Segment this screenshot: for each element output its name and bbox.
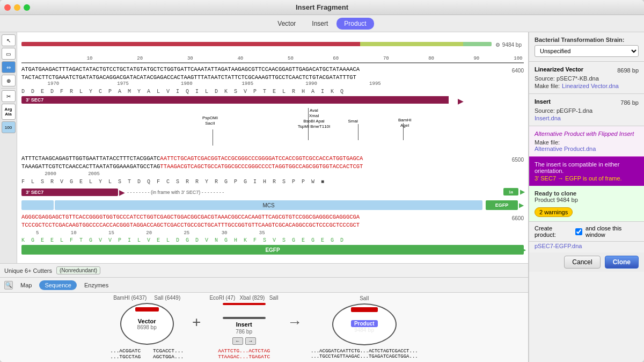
product-label: Product [354,321,375,327]
pos-6600: 6600 [512,215,524,221]
egfp-small: 1a [503,188,518,196]
scroll-tool[interactable]: ⇔ [2,61,16,73]
insert-seq: AATTCTG...ACTCTAG TTAAGAC...TGAGATC [218,348,270,360]
bamhi-site: BamHI (6437) [113,295,147,301]
create-product-label: Create product: [535,225,572,238]
arrow-sign: → [287,314,302,342]
main-window: Insert Fragment Vector Insert Product ↖ … [0,0,644,362]
insert-sites-label: EcoRI (47) XbaI (829) SalI [209,295,278,301]
bacterial-strain-select[interactable]: Unspecified [535,45,639,57]
annotation-tool[interactable]: Arg Ala [2,104,16,120]
bacterial-strain-label: Bacterial Transformation Strain: [535,37,639,43]
seq-block-3: AGGGCGAGGAGCTGTTCACCGGGGTGGTGCCCATCCTGGT… [21,213,524,229]
product-name: Product [535,197,555,203]
amino-line-2: D D E D F R L Y C P A M Y A L V I Q I L … [21,88,524,95]
cut-arrows: ← → [232,337,256,345]
minimize-button[interactable] [14,4,20,11]
restriction-sites: AvaI XmaI BsoBI ApaI TspMI BmeT110I PspO… [21,108,524,154]
left-tools-panel: ↖ ▭ ⇔ ⊕ ✂ Arg Ala 100 [0,32,17,263]
insert-diagram: EcoRI (47) XbaI (829) SalI Insert 786 bp… [209,295,278,360]
pointer-tool[interactable]: ↖ [2,34,16,46]
product-badge: Product [351,320,378,327]
tab-insert[interactable]: Insert [304,18,335,30]
vector-file-link[interactable]: Linearized Vector.dna [562,83,619,89]
unique-cutters-label: Unique 6+ Cutters [4,267,52,274]
close-button[interactable] [4,4,11,11]
product-sites-label: SalI [360,295,369,301]
maximize-button[interactable] [24,4,30,11]
tab-map[interactable]: Map [15,280,37,290]
nonredundant-badge[interactable]: (Nonredundant) [56,266,100,274]
sequence-content[interactable]: ⚙ 9484 bp 10 20 30 4 [17,32,528,263]
traffic-lights [4,4,30,11]
tab-vector[interactable]: Vector [270,18,303,30]
egfp-full-label: EGFP [265,247,280,253]
window-title: Insert Fragment [296,3,348,11]
amino-line-1: 1970 1975 1980 1985 1990 1995 [21,81,524,88]
egfp-bar: EGFP [486,200,518,210]
ruler: 10 20 30 40 50 60 70 80 90 100 [21,56,524,64]
egfp-full-bar: EGFP ▶ [21,245,524,255]
create-product-row: Create product: and close this window [529,222,644,242]
product-seq: ...ACGGATCAATTCTG...ACTCTAGTCGACCT... ..… [311,349,418,359]
pos-6400: 6400 [512,68,524,74]
seq-line-6: TCCCGCTCCTCGACAAGTGGCCCCACCACGGGTAGGACCA… [21,221,524,229]
seq-block-1: ATGATGAAGACTTTAGACTATACTGTCCTGCTATGTATGC… [21,66,524,81]
clone-button[interactable]: Clone [605,256,639,269]
vector-circle-label: Vector [138,318,156,324]
product-bp-inside: 9484 bp [354,327,374,333]
bamhi-label: BamHI [398,118,411,122]
sali-site: SalI (6449) [154,295,180,301]
position-fill-teal [463,42,492,46]
vector-circle: Vector 8698 bp [120,303,174,345]
amino-pos-2: 2000 2005 [21,171,524,178]
make-file-label: Make file: [535,83,560,89]
alt-make-file-row: Make file: [535,139,639,146]
select-tool[interactable]: ▭ [2,48,16,60]
sequence-panel: ↖ ▭ ⇔ ⊕ ✂ Arg Ala 100 [0,32,529,362]
insert-section: Insert 786 bp Source: pEGFP-1.dna Insert… [529,94,644,126]
create-product-checkbox[interactable] [575,228,582,235]
search-btn[interactable]: 🔍 [4,281,13,289]
ruler-tool[interactable]: 100 [2,121,16,133]
amino-pos-3: 5 10 15 20 25 30 35 [21,230,524,237]
insert-file-link[interactable]: Insert.dna [535,115,561,121]
ready-product-label: Product 9484 bp [535,197,578,203]
alt-make-file-label: Make file: [535,139,560,146]
xbai-site: XbaI (829) [240,295,265,301]
vector-header: Linearized Vector 8698 bp [535,66,639,74]
cancel-button[interactable]: Cancel [564,256,600,269]
position-fill-red [21,42,360,46]
tab-enzymes[interactable]: Enzymes [79,280,114,290]
cut-right-btn[interactable]: → [245,337,256,345]
cut-left-btn[interactable]: ← [232,337,243,345]
insert-label: Insert [236,321,252,328]
insert-section-bp: 786 bp [620,99,639,106]
alt-product-section: Alternative Product with Flipped Insert … [529,126,644,157]
amino-seq-2: F L S R V G E L Y L S T D Q F C S R R Y … [21,178,524,185]
close-window-label: and close this window [586,225,639,238]
bp-indicator: ⚙ 9484 bp [495,42,522,48]
product-filename[interactable]: pSEC7-EGFP.dna [529,242,644,252]
zoom-tool[interactable]: ⊕ [2,75,16,86]
tab-sequence[interactable]: Sequence [39,280,77,290]
ready-label: Ready to clone [535,190,578,197]
warnings-badge-container: 2 warnings [535,205,639,217]
linearized-vector-label: Linearized Vector [535,66,583,73]
seq-line-2: TACTACTTCTGAAATCTGATATGACAGGACGATACATACG… [21,74,524,82]
vector-sites-label: BamHI (6437) SalI (6449) [113,295,180,301]
gear-icon[interactable]: ⚙ [495,42,500,48]
alt-product-file[interactable]: Alternative Product.dna [535,146,639,152]
product-diagram: SalI Product 9484 bp ...ACGGATCAATTCTG..… [311,295,418,359]
pos-6500: 6500 [512,157,524,163]
vector-red-marker [135,307,159,312]
clone-diagram: BamHI (6437) SalI (6449) Vector 8698 bp … [0,292,528,362]
cut-tool[interactable]: ✂ [2,90,16,102]
insert-source: Source: pEGFP-1.dna [535,107,639,114]
warnings-badge[interactable]: 2 warnings [535,207,573,217]
feature-bars: MCS EGFP ▶ [21,200,524,210]
tab-product[interactable]: Product [336,18,374,30]
linearized-vector-section: Linearized Vector 8698 bp Source: pSEC7*… [529,62,644,94]
warning-section: The insert is compatible in either orien… [529,157,644,186]
seq-block-2: ATTTCTAAGCAGAGTTGGTGAATTATACCTTTCTACGGAT… [21,155,524,170]
